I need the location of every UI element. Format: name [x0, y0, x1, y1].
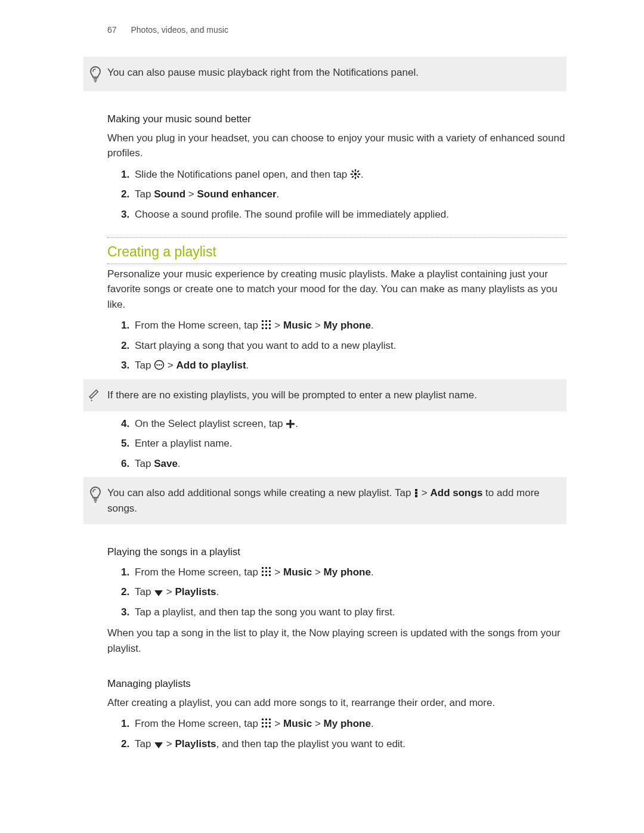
plus-icon [286, 419, 295, 429]
svg-rect-48 [262, 722, 264, 724]
overflow-menu-icon [414, 488, 419, 498]
page-number: 67 [107, 25, 117, 35]
svg-rect-38 [262, 571, 264, 572]
apps-grid-icon [261, 718, 272, 729]
svg-rect-52 [265, 726, 267, 727]
svg-rect-20 [269, 327, 271, 329]
list-item: Tap > Playlists, and then tap the playli… [132, 736, 566, 752]
list-item: Tap > Add to playlist. [132, 358, 566, 373]
svg-rect-43 [269, 574, 271, 576]
play-outro: When you tap a song in the list to play … [107, 625, 566, 656]
svg-rect-12 [262, 320, 264, 322]
svg-line-11 [358, 171, 359, 172]
pencil-icon [83, 388, 107, 403]
subheading-manage: Managing playlists [107, 676, 566, 692]
svg-point-24 [160, 364, 162, 366]
svg-rect-47 [269, 719, 271, 720]
svg-rect-32 [415, 489, 417, 491]
svg-rect-16 [265, 324, 267, 326]
svg-point-22 [156, 364, 157, 366]
list-item: From the Home screen, tap > Music > My p… [132, 716, 566, 732]
svg-rect-42 [265, 574, 267, 576]
svg-rect-45 [262, 719, 264, 720]
svg-marker-44 [154, 590, 163, 596]
more-circle-icon [154, 360, 165, 370]
dropdown-triangle-icon [154, 742, 163, 749]
lightbulb-icon [83, 485, 107, 503]
svg-marker-54 [154, 742, 163, 748]
apps-grid-icon [261, 566, 272, 577]
subheading-sound: Making your music sound better [107, 112, 566, 127]
list-item: Tap Save. [132, 456, 566, 472]
list-item: Tap > Playlists. [132, 584, 566, 600]
dropdown-triangle-icon [154, 590, 163, 597]
svg-point-23 [159, 364, 160, 366]
svg-rect-41 [262, 574, 264, 576]
svg-rect-53 [269, 726, 271, 727]
sound-intro: When you plug in your headset, you can c… [107, 131, 566, 161]
apps-grid-icon [261, 320, 272, 330]
breadcrumb: Photos, videos, and music [131, 25, 228, 35]
svg-rect-19 [265, 327, 267, 329]
svg-rect-18 [262, 327, 264, 329]
list-item: Slide the Notifications panel open, and … [132, 167, 566, 182]
svg-rect-35 [262, 567, 264, 569]
play-steps: From the Home screen, tap > Music > My p… [107, 565, 566, 620]
note-callout: If there are no existing playlists, you … [83, 379, 566, 411]
list-item: On the Select playlist screen, tap . [132, 416, 566, 432]
svg-marker-25 [91, 400, 92, 401]
svg-rect-26 [89, 390, 98, 398]
subheading-play: Playing the songs in a playlist [107, 544, 566, 560]
svg-rect-34 [415, 495, 417, 497]
settings-gear-icon [350, 169, 361, 179]
svg-rect-51 [262, 726, 264, 727]
svg-rect-17 [269, 324, 271, 326]
section-title-playlist: Creating a playlist [107, 237, 566, 264]
tip-text: You can also pause music playback right … [107, 65, 558, 80]
tip-text: You can also add additional songs while … [107, 485, 558, 516]
svg-line-10 [352, 176, 354, 177]
page-header: 67 Photos, videos, and music [107, 24, 566, 36]
svg-line-8 [352, 171, 354, 172]
manage-steps: From the Home screen, tap > Music > My p… [107, 716, 566, 751]
note-text: If there are no existing playlists, you … [107, 388, 558, 403]
tip-callout: You can also add additional songs while … [83, 477, 566, 524]
sound-steps: Slide the Notifications panel open, and … [107, 167, 566, 222]
playlist-intro: Personalize your music experience by cre… [107, 267, 566, 312]
manual-page: 67 Photos, videos, and music You can als… [0, 0, 644, 833]
playlist-steps-b: On the Select playlist screen, tap . Ent… [107, 416, 566, 472]
svg-rect-15 [262, 324, 264, 326]
tip-callout: You can also pause music playback right … [83, 57, 566, 91]
list-item: Tap Sound > Sound enhancer. [132, 187, 566, 202]
svg-rect-13 [265, 320, 267, 322]
svg-rect-33 [415, 492, 417, 494]
list-item: From the Home screen, tap > Music > My p… [132, 318, 566, 333]
svg-rect-50 [269, 722, 271, 724]
list-item: Tap a playlist, and then tap the song yo… [132, 605, 566, 620]
svg-rect-46 [265, 719, 267, 720]
list-item: From the Home screen, tap > Music > My p… [132, 565, 566, 580]
list-item: Enter a playlist name. [132, 436, 566, 451]
lightbulb-icon [83, 65, 107, 83]
playlist-steps-a: From the Home screen, tap > Music > My p… [107, 318, 566, 373]
list-item: Start playing a song that you want to ad… [132, 338, 566, 354]
svg-rect-40 [269, 571, 271, 572]
svg-rect-14 [269, 320, 271, 322]
svg-rect-37 [269, 567, 271, 569]
svg-rect-36 [265, 567, 267, 569]
svg-rect-49 [265, 722, 267, 724]
list-item: Choose a sound profile. The sound profil… [132, 207, 566, 222]
manage-intro: After creating a playlist, you can add m… [107, 695, 566, 711]
svg-point-3 [354, 172, 357, 175]
svg-line-9 [358, 176, 359, 177]
svg-rect-39 [265, 571, 267, 572]
